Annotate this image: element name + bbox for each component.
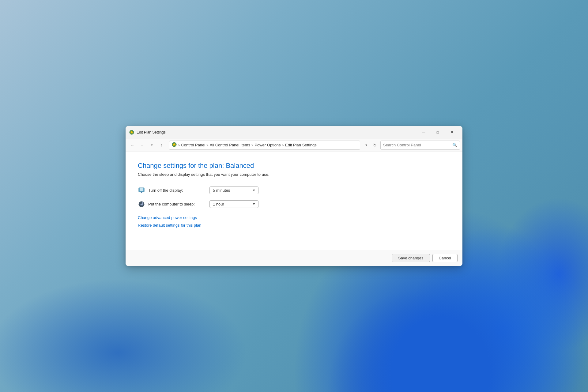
- monitor-icon: [138, 187, 145, 194]
- cancel-button[interactable]: Cancel: [432, 254, 458, 262]
- svg-rect-4: [141, 192, 142, 193]
- breadcrumb-sep-1: >: [206, 143, 208, 147]
- breadcrumb-dropdown-button[interactable]: ▼: [363, 141, 369, 149]
- breadcrumb-power-options[interactable]: Power Options: [254, 143, 281, 147]
- title-bar-left: Edit Plan Settings: [129, 130, 166, 135]
- search-icon: 🔍: [452, 143, 457, 147]
- svg-rect-5: [140, 193, 143, 193]
- breadcrumb-icon: [172, 142, 177, 148]
- breadcrumb-current: Edit Plan Settings: [285, 143, 317, 147]
- sleep-label: Put the computer to sleep:: [148, 202, 209, 206]
- display-setting-row: Turn off the display: 1 minute 2 minutes…: [138, 187, 450, 194]
- maximize-button[interactable]: □: [431, 126, 445, 138]
- page-title: Change settings for the plan: Balanced: [138, 162, 450, 170]
- title-bar: Edit Plan Settings — □ ✕: [126, 126, 462, 138]
- display-label: Turn off the display:: [148, 188, 209, 193]
- svg-rect-3: [140, 188, 143, 191]
- breadcrumb-bar[interactable]: > Control Panel > All Control Panel Item…: [169, 141, 360, 150]
- recent-locations-button[interactable]: ▼: [148, 141, 156, 149]
- back-button[interactable]: ←: [128, 141, 137, 149]
- refresh-button[interactable]: ↻: [371, 141, 379, 149]
- footer-bar: Save changes Cancel: [126, 250, 462, 266]
- breadcrumb-sep-2: >: [251, 143, 253, 147]
- sleep-icon: [138, 201, 145, 208]
- breadcrumb-sep-3: >: [282, 143, 284, 147]
- breadcrumb-all-items[interactable]: All Control Panel Items: [210, 143, 250, 147]
- up-button[interactable]: ↑: [157, 141, 166, 149]
- breadcrumb-sep-0: >: [178, 143, 180, 147]
- window-title: Edit Plan Settings: [137, 130, 166, 134]
- search-bar[interactable]: 🔍: [380, 141, 460, 150]
- window-icon: [129, 130, 134, 135]
- minimize-button[interactable]: —: [417, 126, 431, 138]
- display-dropdown[interactable]: 1 minute 2 minutes 3 minutes 5 minutes 1…: [209, 187, 258, 194]
- search-input[interactable]: [383, 143, 452, 147]
- nav-bar: ← → ▼ ↑ > Control Panel > All Control Pa…: [126, 138, 462, 152]
- restore-defaults-link[interactable]: Restore default settings for this plan: [138, 223, 450, 228]
- links-section: Change advanced power settings Restore d…: [138, 215, 450, 228]
- close-button[interactable]: ✕: [445, 126, 459, 138]
- save-changes-button[interactable]: Save changes: [392, 254, 430, 262]
- sleep-setting-row: Put the computer to sleep: 1 minute 2 mi…: [138, 200, 450, 208]
- content-area: Change settings for the plan: Balanced C…: [126, 152, 462, 250]
- edit-plan-settings-window: Edit Plan Settings — □ ✕ ← → ▼ ↑ > Contr…: [126, 126, 462, 266]
- breadcrumb-control-panel[interactable]: Control Panel: [181, 143, 205, 147]
- sleep-dropdown[interactable]: 1 minute 2 minutes 3 minutes 5 minutes 1…: [209, 200, 258, 208]
- title-bar-controls: — □ ✕: [417, 126, 459, 138]
- page-subtitle: Choose the sleep and display settings th…: [138, 172, 450, 177]
- forward-button[interactable]: →: [138, 141, 146, 149]
- advanced-power-settings-link[interactable]: Change advanced power settings: [138, 215, 450, 220]
